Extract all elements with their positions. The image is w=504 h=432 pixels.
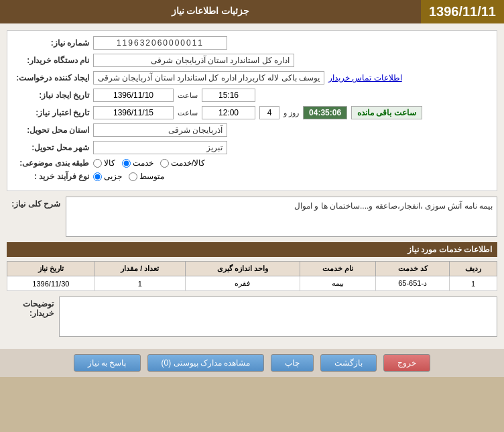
col-vahed: واحد اندازه گیری <box>185 262 300 276</box>
ijad-konande-value: یوسف باکی لاله کاربردار اداره کل استاندا… <box>93 71 324 85</box>
saat-label-1: ساعت <box>178 91 198 100</box>
tarikh-etebar-label: تاریخ اعتبار نیاز: <box>15 108 89 117</box>
tawzeehat-label: توضیحاتخریدار: <box>7 296 54 318</box>
saat-baqi-label: ساعت باقی مانده <box>351 106 422 119</box>
saat-label-2: ساعت <box>178 109 198 117</box>
nam-dastgah-value: اداره کل استاندارد استان آذربایجان شرقی <box>93 54 294 67</box>
tawzeehat-box <box>59 296 497 337</box>
shomara-niaz-value: 119632060000011 <box>93 36 227 50</box>
sharh-kolli-label: شرح کلی نیاز: <box>7 197 60 209</box>
kala-khadamat-label: کالا/خدمت <box>171 158 205 168</box>
shahr-label: شهر محل تحویل: <box>15 143 89 152</box>
shomara-niaz-label: شماره نیاز: <box>15 38 89 48</box>
nam-dastgah-label: نام دستگاه خریدار: <box>15 56 89 65</box>
ostan-label: استان محل تحویل: <box>15 125 89 135</box>
col-radif: ردیف <box>449 262 497 276</box>
services-table-title: اطلاعات خدمات مورد نیاز <box>7 242 497 257</box>
shahr-value: تبریز <box>93 141 227 154</box>
table-row: 1د-651-65بیمهفقره11396/11/30 <box>7 276 497 291</box>
roz-label: روز و <box>284 109 299 117</box>
countdown-display: 04:35:06 <box>303 106 347 119</box>
tarikh-etebar-saat: 12:00 <box>202 106 255 119</box>
bazgasht-button[interactable]: بازگشت <box>320 354 377 372</box>
col-tarikh: تاریخ نیاز <box>7 262 95 276</box>
kala-label: کالا <box>104 158 115 168</box>
radio-kala-khadamat[interactable]: کالا/خدمت <box>160 158 205 168</box>
page-date: 1396/11/11 <box>421 0 504 23</box>
radio-khadamat[interactable]: خدمت <box>122 158 153 168</box>
motavasset-label: متوسط <box>139 172 164 181</box>
tarikh-etebar-date: 1396/11/15 <box>93 106 174 119</box>
khoroj-button[interactable]: خروج <box>383 354 430 372</box>
nove-farayand-label: نوع فرآیند خرید : <box>15 172 89 181</box>
chap-button[interactable]: چاپ <box>271 354 314 372</box>
col-tedad: تعداد / مقدار <box>94 262 185 276</box>
moshahedeh-button[interactable]: مشاهده مدارک پیوستی (0) <box>147 354 265 372</box>
khadamat-label: خدمت <box>133 158 153 168</box>
ettelaat-link[interactable]: اطلاعات تماس خریدار <box>324 72 406 84</box>
pasokh-button[interactable]: پاسخ به نیاز <box>74 354 141 372</box>
col-kod: کد خدمت <box>376 262 450 276</box>
tarikh-ijad-saat: 15:16 <box>202 89 255 102</box>
services-table: ردیف کد خدمت نام خدمت واحد اندازه گیری ت… <box>7 261 497 291</box>
tarikh-ijad-label: تاریخ ایجاد نیاز: <box>15 91 89 100</box>
ostan-value: آذربایجان شرقی <box>93 123 227 137</box>
radio-jozi[interactable]: جزیی <box>93 172 122 181</box>
ijad-konande-label: ایجاد کننده درخواست: <box>15 73 89 83</box>
page-title: جزئیات اطلاعات نیاز <box>0 0 421 23</box>
tarikh-ijad-date: 1396/11/10 <box>93 89 174 102</box>
sharh-kolli-text: بیمه نامه آتش سوزی ،انفجار،صاعقه و....سا… <box>66 197 497 237</box>
roz-value: 4 <box>259 106 279 119</box>
tabaqe-label: طبقه بندی موضوعی: <box>15 158 89 168</box>
col-nam: نام خدمت <box>300 262 375 276</box>
radio-motavasset[interactable]: متوسط <box>129 172 164 181</box>
jozi-label: جزیی <box>104 172 122 181</box>
radio-kala[interactable]: کالا <box>93 158 115 168</box>
